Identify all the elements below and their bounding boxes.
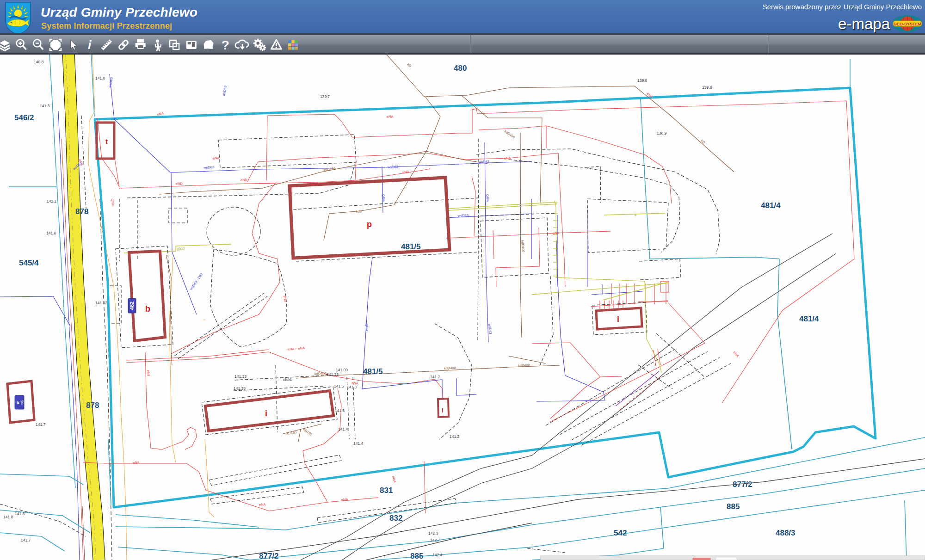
svg-text:kD: kD: [407, 62, 413, 68]
svg-text:gD32: gD32: [177, 246, 185, 251]
svg-text:140.8: 140.8: [34, 60, 44, 64]
svg-text:542: 542: [614, 529, 627, 537]
svg-text:141.6: 141.6: [15, 511, 25, 516]
svg-text:141.38: 141.38: [234, 386, 246, 391]
svg-text:eNA: eNA: [732, 351, 740, 358]
svg-text:141.7: 141.7: [21, 538, 31, 542]
svg-text:QNw: QNw: [364, 323, 369, 332]
svg-text:141.5: 141.5: [335, 408, 345, 413]
svg-text:m: m: [16, 400, 20, 404]
svg-text:kD150: kD150: [286, 430, 297, 436]
svg-text:eNA: eNA: [213, 156, 220, 160]
svg-text:877/2: 877/2: [259, 552, 279, 560]
svg-text:t: t: [105, 138, 108, 146]
svg-text:eND: eND: [240, 178, 248, 182]
svg-text:QNw: QNw: [485, 194, 490, 202]
svg-text:i: i: [442, 407, 444, 414]
svg-text:wsD63: wsD63: [478, 160, 489, 164]
svg-text:eNA: eNA: [259, 502, 266, 507]
svg-text:142.1: 142.1: [47, 199, 57, 203]
svg-text:ch/kb: ch/kb: [283, 377, 293, 382]
svg-text:481/5: 481/5: [363, 367, 383, 376]
svg-text:wsD63: wsD63: [387, 165, 398, 169]
svg-text:481/4: 481/4: [799, 314, 819, 323]
svg-text:877/2: 877/2: [733, 480, 752, 489]
svg-text:139.8: 139.8: [637, 78, 648, 83]
svg-text:eND: eND: [402, 170, 410, 174]
svg-text:480: 480: [454, 64, 467, 73]
svg-text:p: p: [367, 220, 372, 229]
svg-text:i: i: [88, 38, 92, 52]
svg-text:488/3: 488/3: [776, 529, 796, 537]
svg-text:141.2: 141.2: [430, 375, 440, 379]
svg-text:141.3: 141.3: [347, 385, 357, 389]
svg-text:eNA: eNA: [553, 231, 560, 235]
svg-text:eNA = eNA: eNA = eNA: [287, 346, 305, 351]
svg-text:138.9: 138.9: [657, 131, 667, 135]
svg-text:142.7: 142.7: [430, 538, 440, 542]
svg-text:wsD63: wsD63: [108, 77, 114, 88]
svg-text:b1: b1: [20, 400, 24, 405]
svg-text:141.09: 141.09: [336, 368, 348, 372]
svg-text:kD150: kD150: [302, 427, 313, 437]
svg-text:kdD400: kdD400: [518, 363, 530, 368]
svg-text:141.7: 141.7: [36, 422, 46, 427]
svg-text:kdD: kdD: [356, 209, 363, 214]
svg-text:481/4: 481/4: [761, 201, 781, 210]
svg-text:wsD63: wsD63: [203, 165, 214, 170]
svg-text:142.3: 142.3: [428, 531, 438, 535]
svg-text:?: ?: [222, 38, 229, 52]
svg-text:wsD63: wsD63: [222, 85, 228, 97]
svg-text:878: 878: [75, 207, 88, 216]
svg-text:eND: eND: [176, 181, 183, 186]
svg-text:eNA: eNA: [133, 461, 140, 465]
svg-text:i: i: [617, 314, 619, 324]
svg-text:b: b: [145, 304, 150, 314]
svg-text:141.4: 141.4: [338, 427, 348, 431]
svg-text:142.4: 142.4: [432, 553, 443, 557]
svg-text:eNA: eNA: [504, 156, 511, 160]
svg-text:wsD63 - D63: wsD63 - D63: [189, 272, 204, 291]
svg-text:g: g: [635, 212, 636, 216]
svg-text:141.3: 141.3: [40, 104, 50, 108]
svg-text:i: i: [265, 409, 267, 418]
svg-text:481/5: 481/5: [401, 242, 421, 251]
svg-text:kdD150: kdD150: [323, 166, 336, 172]
svg-text:878: 878: [86, 401, 99, 410]
svg-text:eNA: eNA: [341, 497, 348, 502]
svg-text:eNd: eNd: [282, 295, 288, 302]
svg-text:kdD400: kdD400: [314, 371, 327, 376]
svg-text:QNw: QNw: [381, 194, 386, 202]
svg-text:141.8: 141.8: [46, 231, 56, 235]
svg-text:eNA: eNA: [387, 114, 394, 119]
svg-text:139.7: 139.7: [320, 94, 330, 99]
svg-text:482: 482: [129, 302, 135, 310]
svg-text:kdD400: kdD400: [444, 366, 456, 370]
svg-text:141.4: 141.4: [353, 441, 364, 446]
svg-text:GEO-SYSTEM: GEO-SYSTEM: [894, 22, 921, 26]
svg-text:kdD100: kdD100: [520, 240, 525, 252]
svg-text:141.33: 141.33: [234, 374, 247, 379]
svg-text:545/4: 545/4: [19, 258, 39, 267]
svg-text:QNe: QNe: [110, 198, 116, 206]
svg-text:141.0: 141.0: [95, 76, 105, 80]
svg-text:kD: kD: [700, 139, 706, 145]
svg-text:141.23: 141.23: [327, 372, 339, 377]
svg-text:141.2: 141.2: [450, 434, 460, 439]
svg-text:885: 885: [410, 552, 423, 560]
svg-text:885: 885: [727, 502, 740, 511]
svg-text:141.8: 141.8: [3, 515, 13, 519]
svg-text:831: 831: [380, 486, 393, 495]
svg-text:kdD150: kdD150: [504, 129, 516, 139]
svg-text:eNA: eNA: [391, 475, 397, 483]
svg-text:141.5: 141.5: [334, 384, 344, 388]
svg-text:c: c: [203, 319, 207, 321]
svg-text:eNd: eNd: [146, 369, 151, 376]
svg-text:wsD63: wsD63: [457, 213, 469, 218]
svg-text:832: 832: [389, 514, 402, 523]
svg-text:546/2: 546/2: [14, 113, 34, 122]
svg-text:139.8: 139.8: [702, 85, 712, 90]
svg-text:141.42: 141.42: [95, 301, 107, 305]
